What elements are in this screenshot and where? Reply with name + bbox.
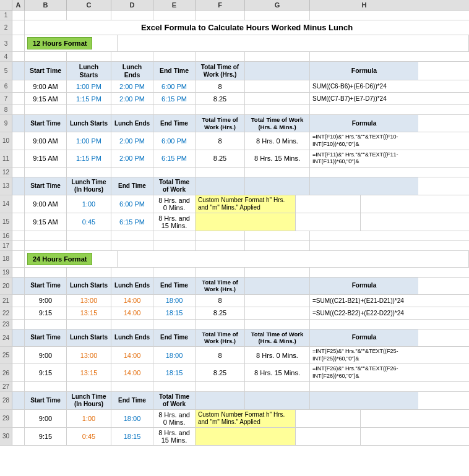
row-6: 6 9:00 AM 1:00 PM 2:00 PM 6:00 PM 8 SUM(… — [0, 80, 469, 93]
row-28: 28 Start Time Lunch Time (In Hours) End … — [0, 392, 469, 410]
row-23: 23 — [0, 320, 469, 329]
row-26: 26 9:15 13:15 14:00 18:15 8.25 8 Hrs. 15… — [0, 364, 469, 381]
row-20: 20 Start Time Lunch Starts Lunch Ends En… — [0, 278, 469, 295]
title: Excel Formula to Calculate Hours Worked … — [25, 20, 469, 35]
col-header-d: D — [111, 0, 153, 10]
24hr-label: 24 Hours Format — [27, 253, 92, 265]
col-header-row — [0, 0, 12, 10]
row-14: 14 9:00 AM 1:00 6:00 PM 8 Hrs. and 0 Min… — [0, 195, 469, 213]
row-3: 3 12 Hours Format — [0, 35, 469, 52]
spreadsheet: A B C D E F G H 1 2 Excel Formula to Cal… — [0, 0, 469, 446]
row-15: 15 9:15 AM 0:45 6:15 PM 8 Hrs. and 15 Mi… — [0, 213, 469, 231]
row-5: 5 Start Time Lunch Starts Lunch Ends End… — [0, 62, 469, 80]
row-2: 2 Excel Formula to Calculate Hours Worke… — [0, 20, 469, 35]
row-24: 24 Start Time Lunch Starts Lunch Ends En… — [0, 329, 469, 347]
row-25: 25 9:00 13:00 14:00 18:00 8 8 Hrs. 0 Min… — [0, 347, 469, 364]
row-1: 1 — [0, 11, 469, 20]
row-29: 29 9:00 1:00 18:00 8 Hrs. and 0 Mins. Cu… — [0, 410, 469, 428]
row-13: 13 Start Time Lunch Time (In Hours) End … — [0, 177, 469, 195]
row-7: 7 9:15 AM 1:15 PM 2:00 PM 6:15 PM 8.25 S… — [0, 93, 469, 105]
col-header-b: B — [25, 0, 67, 10]
row-30: 30 9:15 0:45 18:15 8 Hrs. and 15 Mins. — [0, 428, 469, 446]
col-header-h: H — [310, 0, 418, 10]
col-header-g: G — [245, 0, 310, 10]
row-9: 9 Start Time Lunch Starts Lunch Ends End… — [0, 115, 469, 132]
column-headers: A B C D E F G H — [0, 0, 469, 11]
row-21: 21 9:00 13:00 14:00 18:00 8 =SUM((C21-B2… — [0, 295, 469, 307]
col-header-f: F — [196, 0, 245, 10]
col-header-e: E — [153, 0, 196, 10]
12hr-label: 12 Hours Format — [27, 37, 92, 49]
row-27: 27 — [0, 382, 469, 392]
row-17: 17 — [0, 241, 469, 251]
row-10: 10 9:00 AM 1:00 PM 2:00 PM 6:00 PM 8 8 H… — [0, 132, 469, 150]
row-22: 22 9:15 13:15 14:00 18:15 8.25 =SUM((C22… — [0, 307, 469, 320]
row-4: 4 — [0, 52, 469, 62]
col-header-a: A — [12, 0, 25, 10]
row-12: 12 — [0, 168, 469, 177]
row-19: 19 — [0, 268, 469, 278]
col-header-c: C — [67, 0, 111, 10]
row-11: 11 9:15 AM 1:15 PM 2:00 PM 6:15 PM 8.25 … — [0, 150, 469, 168]
row-16: 16 — [0, 231, 469, 241]
row-18: 18 24 Hours Format — [0, 251, 469, 268]
row-8: 8 — [0, 105, 469, 115]
